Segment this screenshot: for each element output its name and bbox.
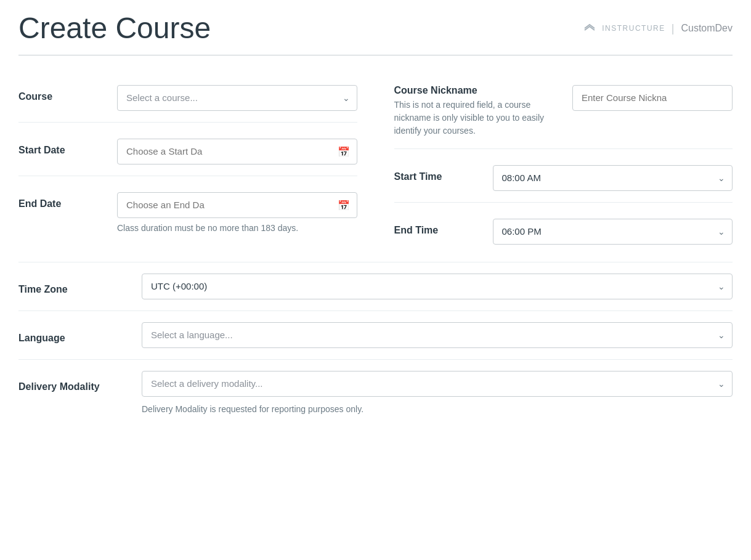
start-date-input[interactable]: [117, 139, 357, 164]
end-date-input[interactable]: [117, 192, 357, 218]
delivery-modality-field: Select a delivery modality... ⌄: [142, 371, 733, 397]
language-select[interactable]: Select a language...: [142, 322, 733, 348]
course-nickname-desc: This is not a required field, a course n…: [394, 99, 563, 137]
nickname-inner: Course Nickname This is not a required f…: [394, 85, 733, 137]
start-time-select-wrapper: 08:00 AM ⌄: [493, 165, 733, 191]
end-time-select-wrapper: 06:00 PM ⌄: [493, 219, 733, 245]
time-zone-select[interactable]: UTC (+00:00): [142, 274, 733, 299]
start-time-row: Start Time 08:00 AM ⌄: [394, 154, 733, 202]
course-select[interactable]: Select a course...: [117, 85, 357, 111]
language-select-wrapper: Select a language... ⌄: [142, 322, 733, 348]
brand-instructure-text: INSTRUCTURE: [602, 24, 665, 33]
divider-3: [394, 148, 733, 149]
divider-2: [18, 176, 357, 176]
language-field: Select a language... ⌄: [142, 322, 733, 348]
end-time-field: 06:00 PM ⌄: [493, 219, 733, 245]
delivery-modality-note: Delivery Modality is requested for repor…: [142, 403, 733, 416]
brand-divider: |: [672, 22, 675, 35]
course-nickname-label-block: Course Nickname This is not a required f…: [394, 85, 563, 137]
divider-1: [18, 122, 357, 123]
end-time-row: End Time 06:00 PM ⌄: [394, 208, 733, 256]
end-date-label: End Date: [18, 192, 117, 209]
page-container: Create Course INSTRUCTURE | CustomDev Co…: [0, 0, 751, 440]
start-date-input-wrapper: 📅: [117, 139, 357, 164]
start-date-row: Start Date 📅: [18, 128, 357, 176]
start-time-select[interactable]: 08:00 AM: [493, 165, 733, 191]
course-label: Course: [18, 85, 117, 102]
end-date-note: Class duration must be no more than 183 …: [117, 222, 357, 235]
end-date-row: End Date 📅 Class duration must be no mor…: [18, 181, 357, 246]
full-width-section: Time Zone UTC (+00:00) ⌄ Language Select…: [18, 262, 733, 416]
brand-logo: INSTRUCTURE | CustomDev: [583, 22, 733, 35]
delivery-modality-select[interactable]: Select a delivery modality...: [142, 371, 733, 397]
divider-4: [394, 202, 733, 203]
time-zone-field: UTC (+00:00) ⌄: [142, 274, 733, 299]
end-date-input-wrapper: 📅: [117, 192, 357, 218]
delivery-modality-label: Delivery Modality: [18, 375, 142, 392]
right-column: Course Nickname This is not a required f…: [394, 74, 733, 256]
end-time-select[interactable]: 06:00 PM: [493, 219, 733, 245]
time-zone-row: Time Zone UTC (+00:00) ⌄: [18, 262, 733, 310]
course-nickname-label: Course Nickname: [394, 85, 563, 96]
time-zone-label: Time Zone: [18, 278, 142, 295]
course-row: Course Select a course... ⌄: [18, 74, 357, 122]
delivery-modality-select-wrapper: Select a delivery modality... ⌄: [142, 371, 733, 397]
left-column: Course Select a course... ⌄ Start Date: [18, 74, 357, 256]
start-time-field: 08:00 AM ⌄: [493, 165, 733, 191]
time-zone-select-wrapper: UTC (+00:00) ⌄: [142, 274, 733, 299]
course-nickname-input[interactable]: [572, 85, 733, 111]
course-field: Select a course... ⌄: [117, 85, 357, 111]
end-time-label: End Time: [394, 219, 493, 236]
end-date-field: 📅 Class duration must be no more than 18…: [117, 192, 357, 235]
form-main: Course Select a course... ⌄ Start Date: [18, 74, 733, 256]
start-date-label: Start Date: [18, 139, 117, 156]
start-date-field: 📅: [117, 139, 357, 164]
brand-customdev-text: CustomDev: [681, 23, 733, 34]
start-time-label: Start Time: [394, 165, 493, 182]
page-header: Create Course INSTRUCTURE | CustomDev: [18, 12, 733, 55]
course-nickname-right: Course Nickname This is not a required f…: [394, 85, 733, 137]
course-select-wrapper: Select a course... ⌄: [117, 85, 357, 111]
instructure-icon: [583, 23, 596, 33]
language-label: Language: [18, 327, 142, 344]
course-nickname-row: Course Nickname This is not a required f…: [394, 74, 733, 148]
language-row: Language Select a language... ⌄: [18, 311, 733, 359]
delivery-modality-row: Delivery Modality Select a delivery moda…: [18, 360, 733, 408]
page-title: Create Course: [18, 12, 211, 45]
